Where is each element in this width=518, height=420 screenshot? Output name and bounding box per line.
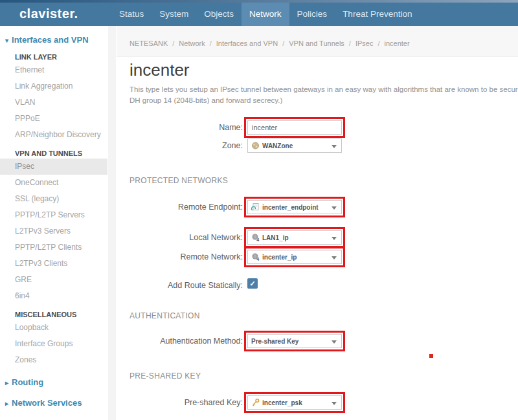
sidebar-item-label: PPTP/L2TP Clients — [15, 243, 82, 252]
sidebar-item-6in4[interactable]: 6in4 — [0, 288, 107, 304]
sidebar-item-label: PPTP/L2TP Servers — [15, 210, 85, 219]
sidebar-item-label: ARP/Neighbor Discovery — [15, 130, 101, 139]
remote-endpoint-row: Remote Endpoint: incenter_endpoint — [117, 197, 518, 219]
sidebar-item-l2tpv3-servers[interactable]: L2TPv3 Servers — [0, 223, 107, 239]
add-route-label: Add Route Statically: — [117, 281, 243, 290]
svg-text:4: 4 — [256, 238, 259, 242]
breadcrumb-part[interactable]: incenter — [373, 39, 409, 47]
pre-shared-key-header: PRE-SHARED KEY — [130, 371, 201, 381]
sidebar-item-label: PPPoE — [15, 114, 40, 123]
zone-value: WANZone — [262, 142, 338, 149]
sidebar-item-l2tpv3-clients[interactable]: L2TPv3 Clients — [0, 256, 107, 272]
remote-network-value: incenter_ip — [262, 254, 338, 261]
caret-icon: ▾ — [5, 37, 8, 44]
breadcrumb-part[interactable]: NETESANK — [130, 39, 168, 47]
nav-tab-system[interactable]: System — [152, 3, 196, 26]
nav-tab-label: Objects — [204, 9, 234, 19]
page-title: incenter — [130, 60, 190, 80]
caret-icon: ▸ — [5, 379, 8, 386]
sidebar-item-zones[interactable]: Zones — [0, 352, 107, 368]
sidebar-item-label: VLAN — [15, 98, 35, 107]
remote-endpoint-label: Remote Endpoint: — [117, 203, 243, 212]
remote-endpoint-value: incenter_endpoint — [262, 204, 338, 211]
sidebar-item-ethernet[interactable]: Ethernet — [0, 62, 107, 78]
nav-tab-policies[interactable]: Policies — [289, 3, 335, 26]
psk-select[interactable]: incenter_psk — [247, 395, 342, 410]
nav-tab-label: Threat Prevention — [343, 9, 412, 19]
key-icon — [251, 398, 260, 407]
sidebar-item-link-aggregation[interactable]: Link Aggregation — [0, 78, 107, 94]
nav-tab-network[interactable]: Network — [242, 3, 289, 26]
sidebar-item-oneconnect[interactable]: OneConnect — [0, 175, 107, 191]
nav-tab-objects[interactable]: Objects — [196, 3, 242, 26]
sidebar-item-label: 6in4 — [15, 291, 30, 300]
sidebar-item-label: Interfaces and VPN — [12, 35, 89, 45]
sidebar-item-interface-groups[interactable]: Interface Groups — [0, 336, 107, 352]
sidebar-item-network-services[interactable]: ▸Network Services — [0, 397, 107, 410]
psk-row: Pre-shared Key: incenter_psk — [117, 392, 518, 414]
local-network-value: LAN1_ip — [262, 234, 338, 241]
zone-icon — [251, 141, 260, 150]
sidebar-item-label: L2TPv3 Clients — [15, 259, 67, 268]
remote-network-row: Remote Network: 4 incenter_ip — [117, 247, 518, 269]
chevron-down-icon — [332, 237, 337, 240]
sidebar-item-pptp-l2tp-clients[interactable]: PPTP/L2TP Clients — [0, 239, 107, 256]
local-network-select[interactable]: 4 LAN1_ip — [247, 230, 342, 245]
sidebar-item-label: Network Services — [12, 398, 82, 408]
sidebar-item-label: LINK LAYER — [15, 53, 57, 61]
breadcrumb: NETESANKNetworkInterfaces and VPNVPN and… — [117, 26, 518, 57]
sidebar-item-label: L2TPv3 Servers — [15, 227, 71, 236]
sidebar-item-gre[interactable]: GRE — [0, 272, 107, 288]
breadcrumb-part[interactable]: VPN and Tunnels — [278, 39, 344, 47]
sidebar-item-routing[interactable]: ▸Routing — [0, 376, 107, 389]
chevron-down-icon — [332, 145, 337, 148]
auth-method-value: Pre-shared Key — [251, 338, 338, 345]
sidebar-item-miscellaneous: MISCELLANEOUS — [0, 309, 107, 320]
sidebar-item-label: Interface Groups — [15, 339, 73, 348]
nav-tab-label: Network — [249, 9, 282, 19]
sidebar-item-pppoe[interactable]: PPPoE — [0, 111, 107, 127]
chevron-down-icon — [332, 340, 337, 344]
annotation-box-auth-method: Pre-shared Key — [244, 331, 345, 351]
sidebar-item-loopback[interactable]: Loopback — [0, 320, 107, 336]
breadcrumb-part[interactable]: Interfaces and VPN — [205, 39, 278, 47]
breadcrumb-part[interactable]: Network — [168, 39, 205, 47]
sidebar-menu: ▾Interfaces and VPN LINK LAYER Ethernet … — [0, 34, 117, 410]
sidebar-item-label: Link Aggregation — [15, 82, 73, 91]
top-navbar: clavister. Status System Objects Network… — [0, 0, 518, 26]
zone-select[interactable]: WANZone — [247, 138, 342, 153]
name-input[interactable] — [247, 120, 342, 135]
local-network-label: Local Network: — [117, 233, 243, 242]
ipv4-network-icon: 4 — [251, 252, 260, 261]
remote-endpoint-select[interactable]: incenter_endpoint — [247, 200, 342, 214]
chevron-down-icon — [332, 206, 337, 210]
remote-network-label: Remote Network: — [117, 252, 243, 261]
sidebar: ▾Interfaces and VPN LINK LAYER Ethernet … — [0, 26, 117, 420]
sidebar-item-label: Ethernet — [15, 65, 44, 74]
sidebar-item-pptp-l2tp-servers[interactable]: PPTP/L2TP Servers — [0, 207, 107, 223]
sidebar-item-vlan[interactable]: VLAN — [0, 94, 107, 111]
auth-method-select[interactable]: Pre-shared Key — [247, 334, 342, 348]
sidebar-item-ssl-legacy[interactable]: SSL (legacy) — [0, 191, 107, 207]
remote-network-select[interactable]: 4 incenter_ip — [247, 250, 342, 264]
sidebar-item-interfaces-and-vpn[interactable]: ▾Interfaces and VPN — [0, 34, 107, 47]
sidebar-item-label: GRE — [15, 275, 32, 284]
nav-tab-status[interactable]: Status — [111, 3, 152, 26]
sidebar-item-label: OneConnect — [15, 178, 58, 187]
main-content: NETESANKNetworkInterfaces and VPNVPN and… — [117, 26, 518, 420]
nav-tab-threat-prevention[interactable]: Threat Prevention — [335, 3, 420, 26]
sidebar-item-arp-neighbor-discovery[interactable]: ARP/Neighbor Discovery — [0, 127, 107, 143]
annotation-dot — [429, 354, 433, 358]
annotation-box-local-network: 4 LAN1_ip — [244, 227, 345, 248]
sidebar-item-ipsec[interactable]: IPsec — [0, 159, 107, 175]
breadcrumb-part[interactable]: IPsec — [344, 39, 374, 47]
page-description: This type lets you setup an IPsec tunnel… — [130, 84, 518, 106]
add-route-checkbox[interactable]: ✓ — [247, 278, 258, 289]
nav-tab-label: Policies — [297, 9, 328, 19]
local-network-row: Local Network: 4 LAN1_ip — [117, 227, 518, 249]
chevron-down-icon — [332, 402, 337, 405]
sidebar-item-label: IPsec — [15, 162, 34, 171]
sidebar-scrollbar[interactable] — [108, 26, 116, 420]
psk-value: incenter_psk — [262, 399, 338, 406]
annotation-box-remote-endpoint: incenter_endpoint — [244, 197, 345, 217]
